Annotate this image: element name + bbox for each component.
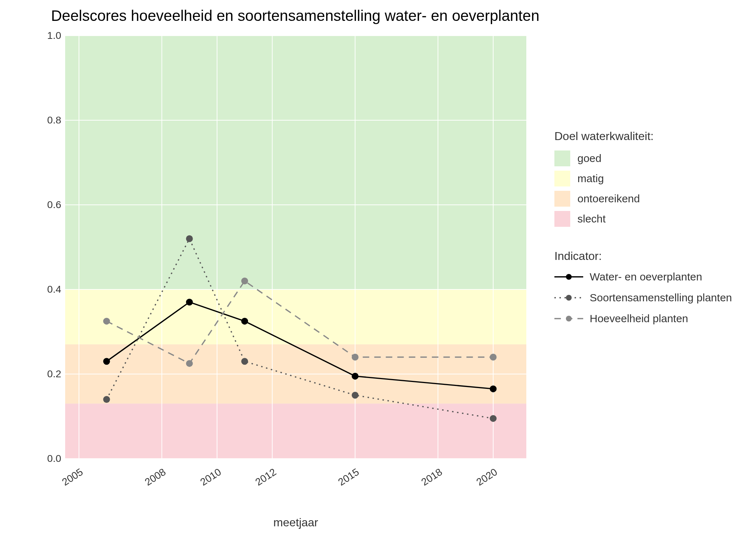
legend-indicator-label: Water- en oeverplanten [590, 271, 702, 283]
legend-swatch [554, 211, 570, 227]
data-point [352, 354, 359, 361]
data-point [103, 358, 110, 365]
plot-area [65, 36, 526, 459]
x-tick-label: 2018 [408, 466, 444, 495]
y-tick-label: 0.0 [36, 453, 61, 464]
legend-quality-label: slecht [577, 213, 606, 225]
data-point [103, 396, 110, 403]
y-tick-label: 1.0 [36, 30, 61, 41]
data-point [186, 299, 193, 306]
legend-swatch [554, 171, 570, 186]
x-tick-label: 2008 [132, 466, 168, 495]
legend-quality-title: Doel waterkwaliteit: [554, 130, 749, 143]
legend-quality-item: slecht [554, 210, 749, 228]
legend-indicator-item: Water- en oeverplanten [554, 269, 749, 284]
legend-quality-item: matig [554, 170, 749, 188]
legend-quality-item: goed [554, 149, 749, 167]
data-point [490, 354, 496, 361]
legend-quality-label: goed [577, 152, 602, 165]
legend-line-icon [554, 273, 583, 281]
legend-line-icon [554, 293, 583, 302]
data-point [352, 373, 359, 379]
legend-indicator-item: Hoeveelheid planten [554, 311, 749, 326]
data-point [241, 318, 248, 325]
data-point [490, 386, 496, 392]
legend-indicator-title: Indicator: [554, 249, 749, 263]
legend: Doel waterkwaliteit: goedmatigontoereike… [554, 130, 749, 348]
legend-line-icon [554, 314, 583, 323]
y-tick-label: 0.2 [36, 368, 61, 380]
data-point [490, 415, 496, 422]
legend-indicator-item: Soortensamenstelling planten [554, 290, 749, 305]
legend-quality-item: ontoereikend [554, 190, 749, 208]
data-point [241, 278, 248, 284]
legend-indicator-label: Soortensamenstelling planten [590, 292, 732, 304]
x-tick-label: 2005 [49, 466, 85, 495]
legend-quality-label: matig [577, 172, 604, 185]
legend-swatch [554, 191, 570, 207]
legend-quality-group: Doel waterkwaliteit: goedmatigontoereike… [554, 130, 749, 228]
legend-indicator-label: Hoeveelheid planten [590, 312, 688, 325]
data-point [352, 392, 359, 399]
chart-title: Deelscores hoeveelheid en soortensamenst… [43, 7, 547, 24]
legend-indicator-group: Indicator: Water- en oeverplantenSoorten… [554, 249, 749, 326]
svg-point-17 [566, 295, 572, 301]
data-point [241, 358, 248, 365]
legend-swatch [554, 150, 570, 166]
data-point [103, 318, 110, 325]
y-tick-label: 0.6 [36, 199, 61, 211]
plot-svg [65, 36, 526, 459]
svg-point-19 [566, 316, 572, 321]
x-tick-label: 2015 [325, 466, 361, 495]
x-tick-label: 2020 [463, 466, 499, 495]
quality-band [65, 36, 526, 289]
x-axis-label: meetjaar [65, 516, 526, 529]
svg-point-15 [566, 274, 572, 280]
x-tick-label: 2010 [187, 466, 223, 495]
y-tick-label: 0.4 [36, 284, 61, 295]
data-point [186, 235, 193, 242]
x-tick-label: 2012 [242, 466, 278, 495]
data-point [186, 360, 193, 367]
y-tick-label: 0.8 [36, 114, 61, 126]
chart-container: Deelscores hoeveelheid en soortensamenst… [0, 0, 756, 540]
legend-quality-label: ontoereikend [577, 193, 640, 205]
